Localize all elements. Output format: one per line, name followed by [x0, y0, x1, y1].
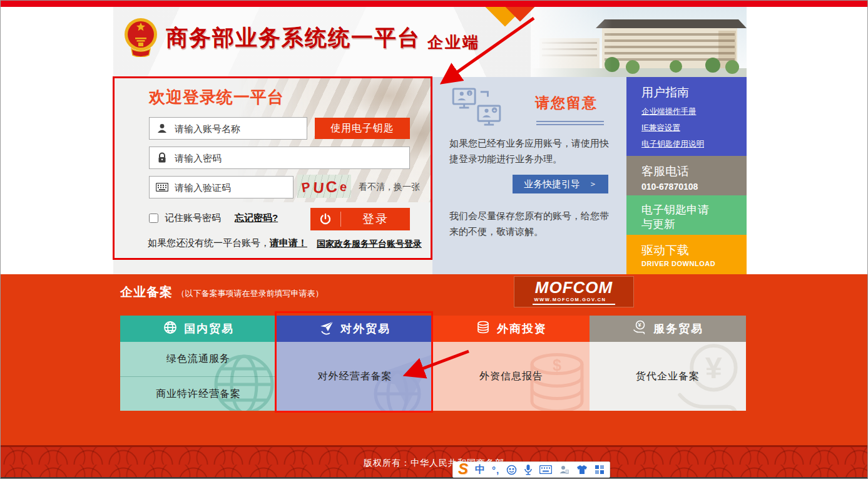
notice-paragraph: 如果您已经有业务应用账号，请使用快捷登录功能进行业务办理。: [449, 136, 616, 167]
quick-guide-label: 业务快捷引导: [524, 178, 580, 190]
card-header: 外商投资: [433, 316, 590, 342]
card-foreign-investment[interactable]: 外商投资 外资信息报告 $: [433, 316, 590, 411]
hand-currency-icon: ¥: [632, 320, 647, 338]
notice-underline: [536, 121, 604, 125]
sidebar-driver-download[interactable]: 驱动下载 DRIVER DOWNLOAD: [626, 235, 747, 274]
card-title: 外商投资: [497, 321, 547, 336]
linked-monitors-icon: i +: [451, 87, 503, 130]
menu-grid-icon[interactable]: [595, 465, 605, 475]
card-item-green-circulation[interactable]: 绿色流通服务: [120, 342, 277, 376]
card-service-trade[interactable]: ¥ 服务贸易 货代企业备案 ¥: [590, 316, 746, 411]
header-banner: 商务部业务系统统一平台 企业端: [113, 7, 747, 77]
account-field[interactable]: [149, 117, 307, 140]
svg-text:+: +: [493, 108, 496, 113]
punctuation-icon[interactable]: °,: [492, 465, 499, 475]
remember-checkbox[interactable]: [149, 214, 158, 223]
card-item-freight-forwarder-filing[interactable]: 货代企业备案: [590, 342, 746, 411]
captcha-field[interactable]: [149, 176, 294, 198]
card-title: 国内贸易: [184, 321, 234, 336]
keyboard-icon: [150, 183, 175, 192]
login-button[interactable]: 登录: [310, 208, 410, 230]
captcha-char: U: [313, 180, 325, 195]
sidebar-ekey-apply[interactable]: 电子钥匙申请 与更新: [626, 195, 747, 235]
sidebar-service-phone: 客服电话 010-67870108: [626, 156, 747, 195]
remember-label: 记住账号密码: [165, 212, 221, 224]
captcha-char: C: [325, 178, 337, 195]
copyright-text: 版权所有：中华人民共和国商务部: [1, 458, 867, 469]
sidebar-user-guide: 用户指南 企业端操作手册 IE兼容设置 电子钥匙使用说明: [626, 77, 747, 156]
card-body: 货代企业备案 ¥: [590, 342, 746, 411]
page-subtitle: 企业端: [427, 32, 480, 53]
card-item-foreign-investment-report[interactable]: 外资信息报告: [433, 342, 590, 411]
svg-text:i: i: [469, 91, 470, 96]
china-national-emblem-icon: [123, 16, 158, 59]
keyboard-icon[interactable]: [539, 465, 552, 474]
filing-heading: 企业备案 （以下备案事项请在登录前填写申请表）: [120, 284, 323, 301]
paper-plane-globe-icon: [319, 320, 334, 338]
filing-band: 企业备案 （以下备案事项请在登录前填写申请表） MOFCOM WWW.MOFCO…: [1, 274, 867, 445]
card-domestic-trade[interactable]: 国内贸易 绿色流通服务 商业特许经营备案: [120, 316, 277, 411]
sidebar: 用户指南 企业端操作手册 IE兼容设置 电子钥匙使用说明 客服电话 010-67…: [626, 77, 747, 274]
quick-guide-button[interactable]: 业务快捷引导 ＞: [513, 175, 608, 193]
notice-paragraph: 我们会尽量保存您原有的账号，给您带来的不便，敬请谅解。: [449, 209, 616, 240]
footer: 版权所有：中华人民共和国商务部: [1, 445, 867, 477]
password-input[interactable]: [175, 147, 409, 168]
sogou-logo-icon[interactable]: S: [458, 461, 468, 476]
captcha-image[interactable]: P U C e: [297, 175, 351, 198]
ime-toolbar[interactable]: S 中 °,: [452, 461, 610, 478]
power-icon: [310, 213, 340, 225]
gov-platform-login-link[interactable]: 国家政务服务平台账号登录: [317, 239, 422, 250]
microphone-icon[interactable]: [524, 464, 533, 475]
apply-text: 如果您还没有统一平台账号，: [148, 237, 270, 248]
login-button-label: 登录: [341, 211, 410, 227]
account-input[interactable]: [175, 118, 307, 139]
top-red-bar: [1, 1, 867, 7]
user-guide-title: 用户指南: [641, 85, 740, 101]
card-body: 外资信息报告 $: [433, 342, 590, 411]
mofcom-logo[interactable]: MOFCOM WWW.MOFCOM.GOV.CN: [514, 276, 634, 307]
service-phone-title: 客服电话: [641, 163, 740, 180]
password-field[interactable]: [149, 147, 410, 169]
user-icon: [150, 123, 175, 134]
filing-cards: 国内贸易 绿色流通服务 商业特许经营备案: [120, 316, 747, 411]
apply-link[interactable]: 请申请！: [270, 237, 307, 248]
ekey-apply-line2: 与更新: [641, 217, 740, 232]
card-title: 对外贸易: [340, 321, 391, 336]
driver-download-subtitle: DRIVER DOWNLOAD: [641, 260, 740, 267]
chinese-mode-icon[interactable]: 中: [475, 463, 485, 476]
mofcom-logo-url: WWW.MOFCOM.GOV.CN: [533, 296, 615, 305]
service-phone-number: 010-67870108: [641, 182, 740, 192]
globe-icon: [163, 320, 178, 338]
driver-download-title: 驱动下载: [641, 242, 740, 259]
ekey-apply-line1: 电子钥匙申请: [641, 203, 740, 217]
notice-title: 请您留意: [535, 93, 598, 113]
remember-row: 记住账号密码 忘记密码?: [149, 212, 278, 224]
sidebar-link-manual[interactable]: 企业端操作手册: [641, 106, 740, 117]
emoji-icon[interactable]: [506, 465, 517, 475]
card-body: 绿色流通服务 商业特许经营备案: [120, 342, 277, 411]
user-profile-icon[interactable]: [559, 465, 569, 475]
captcha-refresh-link[interactable]: 看不清，换一张: [359, 182, 420, 193]
mofcom-building-photo: [531, 7, 747, 77]
mofcom-logo-text: MOFCOM: [535, 279, 613, 296]
sidebar-link-ie[interactable]: IE兼容设置: [641, 123, 740, 133]
card-header: 国内贸易: [120, 316, 277, 342]
mofcom-login-page: 商务部业务系统统一平台 企业端: [0, 0, 868, 479]
use-ekey-button[interactable]: 使用电子钥匙: [315, 118, 410, 139]
captcha-input[interactable]: [175, 177, 299, 198]
card-foreign-trade[interactable]: 对外贸易 对外经营者备案: [277, 316, 433, 411]
skin-icon[interactable]: [576, 465, 588, 475]
card-item-franchise-filing[interactable]: 商业特许经营备案: [120, 376, 277, 411]
card-header: ¥ 服务贸易: [590, 316, 746, 342]
login-panel: 欢迎登录统一平台 使用电子钥匙: [113, 77, 432, 274]
forgot-password-link[interactable]: 忘记密码?: [235, 212, 278, 224]
card-item-foreign-trade-operator-filing[interactable]: 对外经营者备案: [277, 342, 433, 411]
apply-row: 如果您还没有统一平台账号，请申请！: [148, 237, 307, 249]
filing-title: 企业备案: [120, 285, 173, 299]
notice-panel: i + 请您留意 如果您已经有业务应用账号，请使用快捷登录功能进行业务办理。 业…: [432, 77, 626, 274]
page-title: 商务部业务系统统一平台: [166, 23, 421, 53]
card-header: 对外贸易: [277, 316, 433, 342]
login-title: 欢迎登录统一平台: [149, 86, 284, 108]
sidebar-link-ekey-help[interactable]: 电子钥匙使用说明: [641, 139, 740, 150]
card-title: 服务贸易: [653, 321, 703, 336]
